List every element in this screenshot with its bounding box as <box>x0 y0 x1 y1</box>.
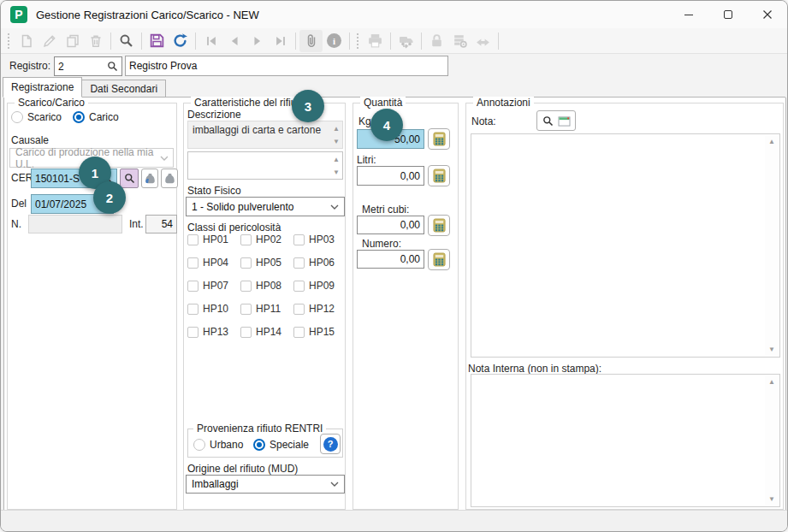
archive-settings-button[interactable] <box>448 30 471 52</box>
numero-calculator-button[interactable] <box>428 249 450 270</box>
edit-button[interactable] <box>38 30 61 52</box>
close-button[interactable] <box>748 1 787 28</box>
nota-textarea[interactable]: ▲ ▼ <box>471 133 780 358</box>
checkbox-hp01[interactable]: HP01 <box>187 233 240 245</box>
up-arrow-icon[interactable]: ▲ <box>768 138 775 145</box>
cer-advanced-search-button[interactable] <box>120 168 139 188</box>
nav-next-button[interactable] <box>246 30 269 52</box>
waste-bag-button[interactable] <box>161 168 178 188</box>
checkbox-hp06[interactable]: HP06 <box>293 257 347 269</box>
metri-cubi-input[interactable]: 0,00 <box>357 216 424 234</box>
radio-scarico-icon[interactable] <box>11 111 23 123</box>
refresh-button[interactable] <box>169 30 192 52</box>
up-arrow-icon[interactable]: ▲ <box>768 378 775 386</box>
share-button[interactable] <box>471 30 495 52</box>
nota-scrollbar[interactable]: ▲ ▼ <box>765 135 779 356</box>
checkbox-hp11[interactable]: HP11 <box>240 303 293 315</box>
int-label: Int. <box>129 218 144 230</box>
export-button[interactable] <box>394 30 418 52</box>
down-arrow-icon[interactable]: ▼ <box>333 139 340 145</box>
checkbox-icon[interactable] <box>240 281 252 292</box>
radio-speciale[interactable]: Speciale <box>253 439 309 451</box>
checkbox-label: HP10 <box>203 303 228 315</box>
checkbox-hp15[interactable]: HP15 <box>293 326 347 338</box>
nota-search-button[interactable] <box>536 110 576 131</box>
waste-bag-producer-button[interactable] <box>141 168 158 188</box>
checkbox-hp04[interactable]: HP04 <box>187 257 240 269</box>
checkbox-icon[interactable] <box>187 257 198 269</box>
checkbox-icon[interactable] <box>187 281 198 292</box>
radio-carico[interactable]: Carico <box>73 111 119 123</box>
radio-carico-icon[interactable] <box>73 111 85 123</box>
checkbox-icon[interactable] <box>240 257 252 269</box>
nota-interna-textarea[interactable]: ▲ ▼ <box>471 374 780 507</box>
checkbox-icon[interactable] <box>293 281 305 292</box>
down-arrow-icon[interactable]: ▼ <box>768 346 775 353</box>
metri-cubi-calculator-button[interactable] <box>428 215 450 236</box>
checkbox-icon[interactable] <box>293 327 305 338</box>
toolbar-grip[interactable] <box>8 33 11 49</box>
checkbox-icon[interactable] <box>293 257 305 269</box>
info-button[interactable]: i <box>323 30 346 52</box>
maximize-button[interactable] <box>708 1 748 28</box>
delete-button[interactable] <box>84 30 107 52</box>
radio-urbano[interactable]: Urbano <box>193 439 243 451</box>
minimize-button[interactable] <box>669 1 708 28</box>
registro-input[interactable]: 2 <box>54 56 122 76</box>
n-input[interactable] <box>28 215 122 233</box>
new-document-icon <box>19 33 34 49</box>
checkbox-icon[interactable] <box>240 234 252 245</box>
attachment-button[interactable] <box>299 30 323 52</box>
checkbox-hp10[interactable]: HP10 <box>187 303 240 315</box>
save-button[interactable] <box>145 30 169 52</box>
descrizione-textbox[interactable]: imballaggi di carta e cartone ▲ ▼ <box>187 121 343 149</box>
checkbox-hp12[interactable]: HP12 <box>293 303 347 315</box>
new-button[interactable] <box>15 30 38 52</box>
tab-registrazione[interactable]: Registrazione <box>3 77 82 98</box>
checkbox-icon[interactable] <box>187 304 198 315</box>
checkbox-hp14[interactable]: HP14 <box>240 326 293 338</box>
checkbox-hp05[interactable]: HP05 <box>240 257 293 269</box>
stato-fisico-select[interactable]: 1 - Solido pulverulento <box>186 197 345 216</box>
stato-fisico-value: 1 - Solido pulverulento <box>192 201 293 213</box>
nav-last-button[interactable] <box>269 30 292 52</box>
up-arrow-icon[interactable]: ▲ <box>333 126 340 133</box>
checkbox-hp07[interactable]: HP07 <box>187 280 240 292</box>
up-arrow-icon[interactable]: ▲ <box>333 157 340 163</box>
checkbox-hp13[interactable]: HP13 <box>187 326 240 338</box>
checkbox-icon[interactable] <box>187 327 198 338</box>
down-arrow-icon[interactable]: ▼ <box>333 169 340 176</box>
checkbox-hp09[interactable]: HP09 <box>293 280 347 292</box>
registro-search-icon[interactable] <box>107 61 118 72</box>
down-arrow-icon[interactable]: ▼ <box>768 495 775 503</box>
nav-previous-button[interactable] <box>222 30 246 52</box>
radio-scarico[interactable]: Scarico <box>11 111 62 123</box>
search-button[interactable] <box>115 30 138 52</box>
copy-button[interactable] <box>61 30 84 52</box>
checkbox-icon[interactable] <box>293 304 305 315</box>
int-input[interactable]: 54 <box>145 215 177 233</box>
checkbox-icon[interactable] <box>293 234 305 245</box>
checkbox-hp02[interactable]: HP02 <box>240 233 293 245</box>
litri-input[interactable]: 0,00 <box>357 166 424 186</box>
kg-calculator-button[interactable] <box>428 128 450 150</box>
checkbox-icon[interactable] <box>240 304 252 315</box>
nota-interna-scrollbar[interactable]: ▲ ▼ <box>765 375 779 505</box>
checkbox-icon[interactable] <box>240 327 252 338</box>
origine-mud-select[interactable]: Imballaggi <box>186 475 345 494</box>
nav-first-button[interactable] <box>199 30 222 52</box>
descrizione-extra-textbox[interactable]: ▲ ▼ <box>187 151 343 180</box>
archive-gear-icon <box>452 33 468 49</box>
litri-calculator-button[interactable] <box>428 165 450 186</box>
lock-button[interactable] <box>425 30 448 52</box>
checkbox-hp08[interactable]: HP08 <box>240 280 293 292</box>
checkbox-icon[interactable] <box>187 234 198 245</box>
toolbar-grip[interactable] <box>357 33 360 49</box>
help-button[interactable]: ? <box>320 434 341 454</box>
tab-dati-secondari[interactable]: Dati Secondari <box>82 80 166 98</box>
radio-speciale-icon[interactable] <box>253 439 265 451</box>
numero-input[interactable]: 0,00 <box>357 250 424 269</box>
print-button[interactable] <box>364 30 387 52</box>
checkbox-hp03[interactable]: HP03 <box>293 233 347 245</box>
radio-urbano-icon[interactable] <box>193 439 205 451</box>
